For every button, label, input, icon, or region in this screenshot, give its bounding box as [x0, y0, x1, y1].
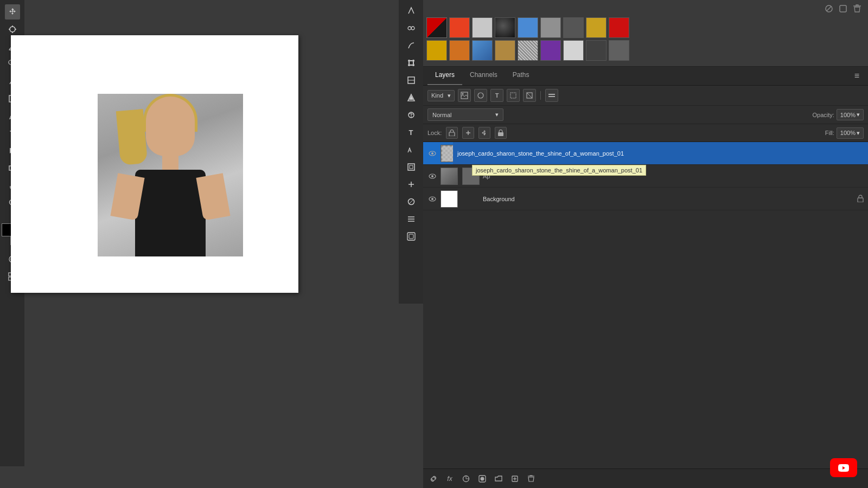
layer-lock-icon-bg [857, 195, 864, 203]
tool-r8[interactable]: T [404, 125, 419, 140]
layer-visibility-2[interactable] [427, 171, 437, 181]
swatch-dark1[interactable] [586, 40, 607, 61]
tool-r13[interactable] [404, 211, 419, 227]
right-panel: Layers Channels Paths ≡ Kind ▾ T [423, 0, 868, 488]
svg-rect-52 [498, 132, 503, 136]
trash-icon[interactable] [852, 3, 863, 14]
lock-position-btn[interactable] [462, 127, 474, 139]
swatch-tan[interactable] [495, 40, 515, 61]
lock-all-btn[interactable] [495, 127, 507, 139]
swatch-sky-blue[interactable] [472, 40, 493, 61]
svg-line-36 [409, 200, 413, 204]
panel-bottom-bar: fx [423, 468, 868, 488]
filter-layer-icon[interactable] [545, 89, 558, 102]
lock-move-btn[interactable] [478, 127, 490, 139]
svg-point-54 [431, 152, 433, 155]
svg-rect-27 [413, 62, 414, 64]
swatch-yellow[interactable] [426, 40, 447, 61]
portrait-hair-side [116, 109, 148, 165]
blend-mode-row: Normal ▾ Opacity: 100% ▾ [423, 106, 868, 124]
svg-point-51 [468, 132, 469, 134]
swatch-orange-red[interactable] [449, 17, 470, 38]
swatch-noise[interactable] [518, 40, 538, 61]
adjustment-layer-btn[interactable] [460, 473, 472, 485]
tool-move[interactable] [5, 4, 20, 20]
filter-image-icon[interactable] [458, 89, 471, 102]
layer-visibility-bg[interactable] [427, 194, 437, 204]
svg-point-62 [481, 477, 484, 480]
fx-btn[interactable]: fx [444, 473, 456, 485]
blend-mode-select[interactable]: Normal ▾ [427, 108, 503, 121]
canvas-area: T [0, 0, 423, 488]
tab-paths[interactable]: Paths [505, 67, 537, 85]
mask-btn[interactable] [476, 473, 488, 485]
layer-row-1[interactable]: joseph_cardo_sharon_stone_the_shine_of_a… [423, 142, 868, 165]
tab-channels[interactable]: Channels [462, 67, 505, 85]
swatch-crimson[interactable] [609, 17, 629, 38]
tool-crosshair[interactable] [5, 22, 20, 37]
svg-rect-34 [410, 165, 413, 169]
svg-point-21 [408, 60, 410, 62]
swatches-area [423, 0, 868, 67]
swatch-dark-gray[interactable] [563, 17, 584, 38]
tool-r11[interactable] [404, 177, 419, 192]
tool-r5[interactable] [404, 73, 419, 88]
new-layer-btn[interactable] [509, 473, 521, 485]
youtube-badge[interactable] [830, 458, 857, 477]
lock-pixels-btn[interactable] [446, 127, 458, 139]
layers-panel: Layers Channels Paths ≡ Kind ▾ T [423, 67, 868, 488]
layer-name-bg: Background [483, 196, 854, 202]
swatch-row-2 [426, 40, 865, 61]
swatch-light-gray2[interactable] [563, 40, 584, 61]
swatch-orange[interactable] [449, 40, 470, 61]
svg-point-19 [408, 27, 411, 30]
kind-filter-select[interactable]: Kind ▾ [427, 90, 455, 101]
tool-r6[interactable] [404, 90, 419, 105]
tool-r1[interactable] [404, 3, 419, 18]
new-group-btn[interactable] [493, 473, 505, 485]
tab-layers[interactable]: Layers [427, 67, 462, 85]
tool-r9[interactable] [404, 142, 419, 157]
swatch-blue[interactable] [518, 17, 538, 38]
svg-rect-50 [449, 132, 455, 136]
opacity-value[interactable]: 100% ▾ [837, 109, 864, 120]
swatch-dark2[interactable] [609, 40, 629, 61]
svg-rect-37 [407, 233, 415, 240]
swatch-diagonal[interactable] [426, 17, 447, 38]
tool-r10[interactable] [404, 159, 419, 175]
swatch-gold[interactable] [586, 17, 607, 38]
swatch-light-gray[interactable] [472, 17, 493, 38]
svg-point-58 [431, 198, 433, 200]
right-tools-strip: T [399, 0, 423, 304]
filter-mask-icon[interactable] [523, 89, 536, 102]
deselect-icon[interactable] [824, 3, 834, 14]
photo-container [98, 94, 243, 256]
tool-r2[interactable] [404, 21, 419, 36]
panel-menu-icon[interactable]: ≡ [850, 67, 864, 85]
tool-r7[interactable] [404, 107, 419, 123]
filter-select-icon[interactable] [507, 89, 520, 102]
layers-list: joseph_cardo_sharon_stone_the_shine_of_a… [423, 142, 868, 468]
delete-layer-btn[interactable] [525, 473, 537, 485]
opacity-label: Opacity: [813, 112, 834, 118]
layer-visibility-1[interactable] [427, 149, 437, 158]
tool-r14[interactable] [404, 229, 419, 244]
fill-label: Fill: [825, 130, 834, 136]
tool-r12[interactable] [404, 194, 419, 209]
opacity-group: Opacity: 100% ▾ [813, 109, 864, 120]
tool-r4[interactable] [404, 55, 419, 70]
layer-row-background[interactable]: Background [423, 188, 868, 210]
svg-point-22 [412, 60, 414, 62]
tool-r3[interactable] [404, 38, 419, 53]
lock-row: Lock: Fill: 100% ▾ [423, 124, 868, 142]
layer-row-2[interactable]: Ap joseph_cardo_sharon_stone_the_shine_o… [423, 165, 868, 188]
link-icon[interactable] [838, 3, 848, 14]
filter-type-icon[interactable]: T [490, 89, 503, 102]
svg-rect-48 [548, 94, 555, 95]
swatch-dark-circle[interactable] [495, 17, 515, 38]
filter-brush-icon[interactable] [474, 89, 487, 102]
fill-value[interactable]: 100% ▾ [837, 127, 864, 139]
link-layers-btn[interactable] [427, 473, 439, 485]
swatch-mid-gray[interactable] [540, 17, 561, 38]
swatch-purple[interactable] [540, 40, 561, 61]
